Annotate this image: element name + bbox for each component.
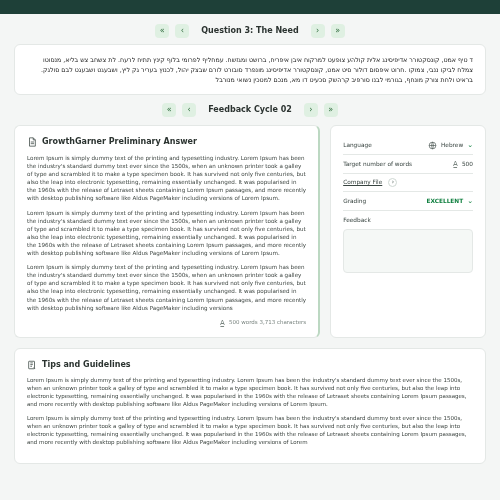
chevron-right-icon: ›	[388, 178, 397, 187]
feedback-section: Feedback	[343, 211, 473, 273]
first-question-button[interactable]: «	[155, 24, 169, 38]
tips-card: Tips and Guidelines Lorem Ipsum is simpl…	[14, 348, 486, 463]
text-size-icon: A̲	[453, 159, 458, 168]
settings-card: Language Hebrew ⌄ Target number of words…	[330, 125, 486, 338]
feedback-textarea[interactable]	[343, 229, 473, 273]
target-words-row: Target number of words A̲ 500	[343, 155, 473, 173]
question-pager: « ‹ Question 3: The Need › »	[14, 24, 486, 38]
globe-icon	[428, 141, 437, 150]
feedback-title: Feedback Cycle 02	[208, 104, 292, 116]
preliminary-para-2: Lorem Ipsum is simply dummy text of the …	[27, 209, 306, 258]
target-words-label: Target number of words	[343, 160, 412, 168]
app-topbar	[0, 0, 500, 14]
language-row[interactable]: Language Hebrew ⌄	[343, 136, 473, 155]
preliminary-para-3: Lorem Ipsum is simply dummy text of the …	[27, 263, 306, 312]
page-content: « ‹ Question 3: The Need › » ד טיף אמט, …	[0, 14, 500, 480]
main-columns: GrowthGarner Preliminary Answer Lorem Ip…	[14, 125, 486, 338]
question-text-card: ד טיף אמט, קונסקטורר אדיפיסינג אלית קולה…	[14, 44, 486, 95]
text-count-icon: A̲	[220, 318, 225, 327]
company-file-link[interactable]: Company File	[343, 178, 382, 186]
first-feedback-button[interactable]: «	[162, 103, 176, 117]
feedback-label: Feedback	[343, 217, 371, 223]
tips-para-1: Lorem Ipsum is simply dummy text of the …	[27, 377, 473, 409]
language-label: Language	[343, 141, 372, 149]
grading-value: EXCELLENT	[427, 197, 464, 205]
last-question-button[interactable]: »	[331, 24, 345, 38]
last-feedback-button[interactable]: »	[324, 103, 338, 117]
chevron-down-icon: ⌄	[467, 140, 473, 150]
next-feedback-button[interactable]: ›	[304, 103, 318, 117]
tips-heading: Tips and Guidelines	[42, 359, 131, 371]
grading-label: Grading	[343, 197, 366, 205]
preliminary-card: GrowthGarner Preliminary Answer Lorem Ip…	[14, 125, 320, 338]
preliminary-para-1: Lorem Ipsum is simply dummy text of the …	[27, 154, 306, 203]
grading-row[interactable]: Grading EXCELLENT ⌄	[343, 192, 473, 211]
target-words-value: 500	[462, 160, 473, 168]
word-count-row: A̲ 500 words 3,713 characters	[27, 318, 306, 327]
company-file-row[interactable]: Company File ›	[343, 174, 473, 192]
question-title: Question 3: The Need	[201, 25, 298, 37]
preliminary-heading: GrowthGarner Preliminary Answer	[42, 136, 197, 148]
language-value: Hebrew	[441, 141, 463, 149]
tips-para-2: Lorem Ipsum is simply dummy text of the …	[27, 415, 473, 447]
word-count-text: 500 words 3,713 characters	[229, 319, 306, 327]
feedback-pager: « ‹ Feedback Cycle 02 › »	[14, 103, 486, 117]
prev-feedback-button[interactable]: ‹	[182, 103, 196, 117]
document-icon	[27, 137, 37, 147]
next-question-button[interactable]: ›	[311, 24, 325, 38]
prev-question-button[interactable]: ‹	[175, 24, 189, 38]
tips-icon	[27, 360, 37, 370]
question-text: ד טיף אמט, קונסקטורר אדיפיסינג אלית קולה…	[27, 55, 473, 84]
chevron-down-icon: ⌄	[467, 196, 473, 206]
preliminary-header: GrowthGarner Preliminary Answer	[27, 136, 306, 148]
tips-header: Tips and Guidelines	[27, 359, 473, 371]
